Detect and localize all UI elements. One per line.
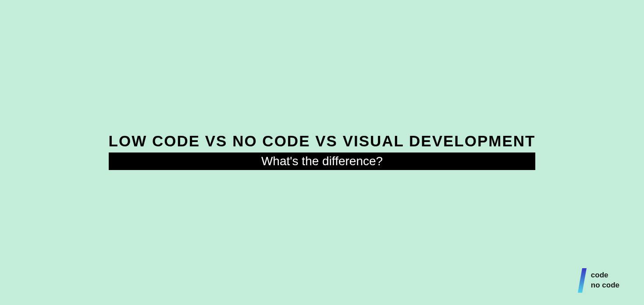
page-subtitle: What's the difference? — [109, 152, 536, 170]
logo-line-2: no code — [591, 280, 619, 291]
main-content: LOW CODE VS NO CODE VS VISUAL DEVELOPMEN… — [109, 132, 536, 170]
logo-line-1: code — [591, 270, 619, 280]
logo-text: code no code — [591, 270, 619, 291]
brand-logo: code no code — [578, 268, 619, 293]
page-title: LOW CODE VS NO CODE VS VISUAL DEVELOPMEN… — [109, 132, 536, 150]
slash-icon — [578, 268, 587, 293]
svg-marker-0 — [578, 268, 587, 293]
